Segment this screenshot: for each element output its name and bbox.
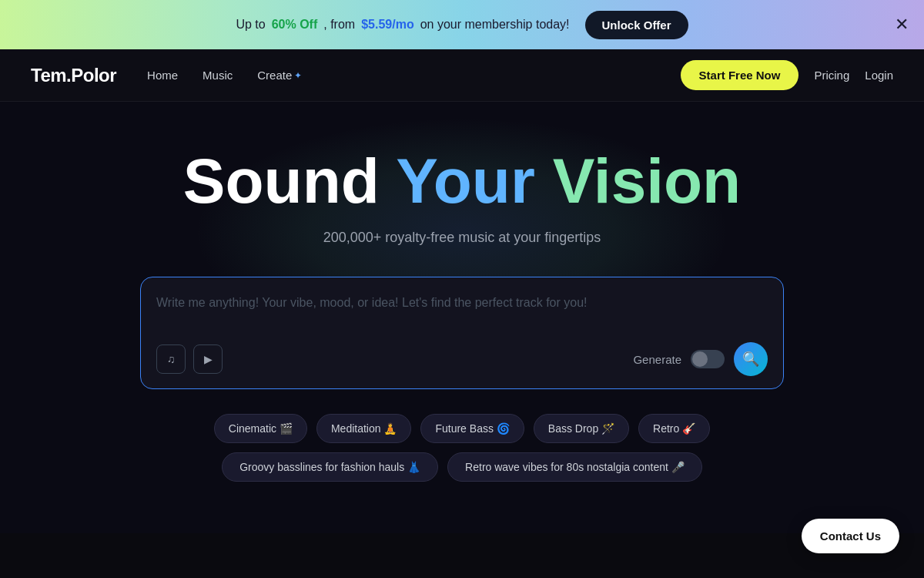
- tag-cinematic[interactable]: Cinematic 🎬: [214, 414, 307, 443]
- nav-create[interactable]: Create✦: [257, 69, 302, 82]
- search-box: ♫ ▶ Generate 🔍: [140, 277, 784, 389]
- hero-subtitle: 200,000+ royalty-free music at your fing…: [323, 230, 601, 246]
- hero-section: Sound Your Vision 200,000+ royalty-free …: [0, 102, 924, 533]
- hero-title: Sound Your Vision: [183, 148, 741, 214]
- contact-us-button[interactable]: Contact Us: [802, 519, 899, 553]
- search-right: Generate 🔍: [633, 342, 768, 376]
- tag-future-bass[interactable]: Future Bass 🌀: [420, 414, 524, 443]
- logo-text: Tem.Polor: [31, 65, 116, 86]
- unlock-offer-button[interactable]: Unlock Offer: [585, 11, 688, 39]
- banner-discount: 60% Off: [272, 18, 318, 32]
- generate-label: Generate: [633, 353, 681, 366]
- nav-pricing[interactable]: Pricing: [814, 69, 849, 82]
- promo-banner: Up to 60% Off , from $5.59/mo on your me…: [0, 0, 924, 49]
- search-footer: ♫ ▶ Generate 🔍: [156, 342, 768, 376]
- tag-retro[interactable]: Retro 🎸: [638, 414, 710, 443]
- hero-title-vision: Vision: [553, 146, 742, 216]
- toggle-knob: [692, 351, 708, 367]
- banner-close-button[interactable]: ✕: [895, 16, 909, 33]
- generate-toggle[interactable]: [691, 350, 725, 368]
- nav-login[interactable]: Login: [865, 69, 893, 82]
- nav-create-label: Create: [257, 69, 292, 82]
- tag-meditation[interactable]: Meditation 🧘: [316, 414, 411, 443]
- banner-text-middle: , from: [323, 18, 355, 32]
- search-icons: ♫ ▶: [156, 344, 223, 374]
- hero-title-your: Your: [396, 146, 552, 216]
- music-note-icon-button[interactable]: ♫: [156, 344, 186, 374]
- logo: Tem.Polor: [31, 65, 116, 86]
- search-input[interactable]: [156, 296, 768, 339]
- tags-row-2: Groovy basslines for fashion hauls 👗 Ret…: [222, 452, 702, 482]
- tag-bass-drop[interactable]: Bass Drop 🪄: [534, 414, 629, 443]
- nav-music[interactable]: Music: [203, 69, 233, 82]
- nav-links: Home Music Create✦: [147, 69, 302, 82]
- banner-text-after: on your membership today!: [420, 18, 570, 32]
- nav-right: Start Free Now Pricing Login: [681, 60, 893, 90]
- nav-home[interactable]: Home: [147, 69, 178, 82]
- play-icon-button[interactable]: ▶: [193, 344, 223, 374]
- banner-price: $5.59/mo: [361, 18, 413, 32]
- start-free-button[interactable]: Start Free Now: [681, 60, 799, 90]
- tag-retro-wave[interactable]: Retro wave vibes for 80s nostalgia conte…: [447, 452, 702, 482]
- search-icon: 🔍: [742, 351, 759, 368]
- hero-title-sound: Sound: [183, 146, 396, 216]
- tag-groovy-basslines[interactable]: Groovy basslines for fashion hauls 👗: [222, 452, 438, 482]
- sparkle-icon: ✦: [294, 70, 302, 81]
- navbar: Tem.Polor Home Music Create✦ Start Free …: [0, 49, 924, 102]
- search-button[interactable]: 🔍: [734, 342, 768, 376]
- tags-row-1: Cinematic 🎬 Meditation 🧘 Future Bass 🌀 B…: [214, 414, 710, 443]
- banner-text-before: Up to: [236, 18, 265, 32]
- nav-left: Tem.Polor Home Music Create✦: [31, 65, 302, 86]
